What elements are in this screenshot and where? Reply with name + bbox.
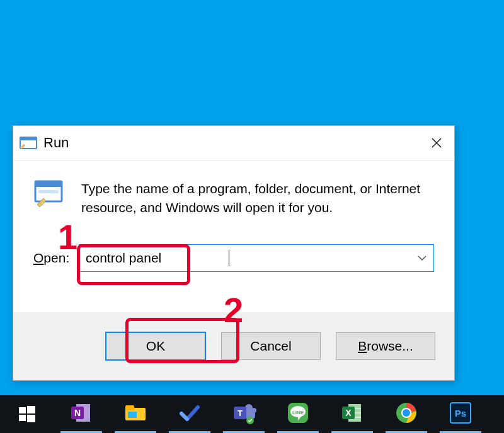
- svg-rect-6: [38, 190, 59, 193]
- svg-text:Ps: Ps: [455, 408, 466, 419]
- check-icon: [179, 403, 200, 425]
- taskbar-todo[interactable]: [163, 395, 217, 433]
- dialog-body: Type the name of a program, folder, docu…: [13, 160, 454, 272]
- close-button[interactable]: [419, 126, 454, 160]
- text-caret: [229, 250, 229, 266]
- taskbar-photoshop[interactable]: Ps: [433, 395, 488, 433]
- ok-button[interactable]: OK: [105, 332, 206, 361]
- dialog-description: Type the name of a program, folder, docu…: [81, 179, 434, 218]
- chrome-icon: [396, 402, 417, 426]
- taskbar-excel[interactable]: X: [325, 395, 379, 433]
- taskbar-file-explorer[interactable]: [108, 395, 163, 433]
- dialog-title: Run: [43, 135, 419, 151]
- onenote-icon: N: [70, 402, 93, 427]
- svg-rect-8: [27, 406, 35, 413]
- windows-icon: [19, 406, 35, 422]
- svg-text:T: T: [238, 408, 243, 418]
- taskbar: N T: [0, 395, 504, 433]
- line-icon: LINE: [287, 402, 309, 427]
- taskbar-start[interactable]: [0, 395, 54, 433]
- run-large-icon: [33, 179, 66, 208]
- photoshop-icon: Ps: [449, 402, 472, 427]
- svg-text:N: N: [74, 408, 81, 418]
- cancel-button[interactable]: Cancel: [221, 332, 321, 360]
- svg-rect-15: [125, 405, 134, 410]
- chevron-down-icon[interactable]: [411, 245, 433, 271]
- browse-button[interactable]: Browse...: [336, 332, 435, 360]
- svg-text:X: X: [345, 408, 352, 418]
- titlebar: Run: [13, 126, 454, 160]
- taskbar-onenote[interactable]: N: [54, 395, 108, 433]
- open-input[interactable]: [79, 245, 411, 271]
- dialog-footer: OK Cancel Browse...: [13, 312, 454, 380]
- svg-text:LINE: LINE: [292, 410, 304, 415]
- svg-point-34: [403, 409, 410, 417]
- svg-rect-1: [20, 137, 37, 140]
- run-icon: [20, 135, 38, 150]
- taskbar-teams[interactable]: T: [217, 395, 271, 433]
- folder-icon: [124, 403, 147, 425]
- run-dialog: Run Type the name of a program, folder, …: [13, 125, 455, 381]
- svg-rect-10: [27, 415, 35, 422]
- open-label: Open:: [33, 250, 79, 266]
- svg-rect-5: [35, 181, 62, 187]
- taskbar-line[interactable]: LINE: [271, 395, 325, 433]
- svg-rect-9: [19, 415, 26, 421]
- svg-rect-16: [128, 412, 137, 418]
- open-combobox[interactable]: [79, 244, 434, 272]
- excel-icon: X: [341, 402, 364, 427]
- teams-icon: T: [231, 402, 256, 427]
- taskbar-chrome[interactable]: [379, 395, 433, 433]
- svg-rect-7: [19, 407, 26, 413]
